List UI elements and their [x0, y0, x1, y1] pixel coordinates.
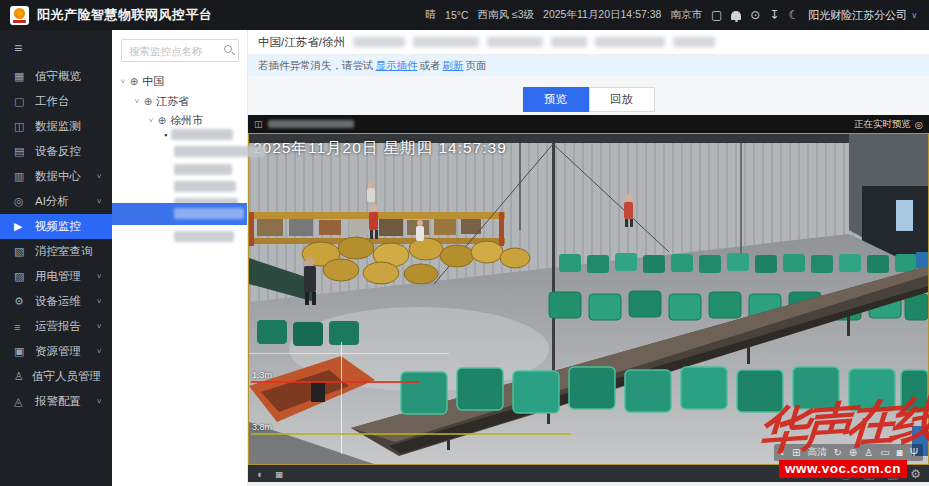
tree-node-label: 徐州市 [170, 113, 203, 128]
sunshine-insurance-logo-icon [10, 6, 29, 25]
tree-node-xuzhou[interactable]: ∨ ⊕ 徐州市 [148, 113, 203, 128]
search-input[interactable] [122, 40, 238, 61]
company-name: 阳光财险江苏分公司 [808, 8, 907, 23]
notice-text: 页面 [466, 59, 487, 73]
layout-icon[interactable]: ⊞ [792, 447, 800, 458]
sidebar-item-video-monitoring[interactable]: ▶视频监控 [0, 214, 112, 239]
sidebar-item-device-ops[interactable]: ⚙设备运维∨ [0, 289, 112, 314]
big-screen-icon[interactable]: ▢ [711, 9, 722, 21]
datetime-text: 2025年11月20日14:57:38 [543, 8, 661, 22]
video-viewport[interactable]: 2025年11月20日 星期四 14:57:39 1.3m 3.8m ◖ ⊞ 高… [248, 133, 929, 465]
refresh-icon[interactable]: ↻ [833, 447, 841, 458]
personnel-icon: ♙ [14, 370, 24, 383]
redacted-text [174, 181, 236, 192]
logo-bar [13, 20, 26, 23]
sidebar-label: 数据中心 [35, 169, 81, 184]
sidebar-item-operation-report[interactable]: ≡运营报告∨ [0, 314, 112, 339]
ai-analysis-icon: ◎ [14, 195, 27, 208]
notification-bell-icon[interactable] [731, 11, 741, 20]
warehouse-scene [249, 134, 928, 464]
sidebar-item-ai-analysis[interactable]: ◎AI分析∨ [0, 189, 112, 214]
redacted-text [174, 208, 244, 219]
sun-icon [14, 8, 25, 19]
sidebar-item-data-center[interactable]: ▥数据中心∨ [0, 164, 112, 189]
redacted-text [174, 146, 266, 157]
measure-line-white [249, 353, 449, 354]
sidebar-label: AI分析 [35, 194, 69, 209]
device-control-icon: ▤ [14, 145, 27, 158]
refresh-page-link[interactable]: 刷新 [443, 59, 464, 73]
shed-window [896, 200, 913, 231]
help-icon[interactable]: ⊙ [750, 9, 760, 21]
chevron-down-icon: ∨ [96, 298, 102, 305]
mute-icon[interactable]: ◖ [256, 468, 263, 480]
toolbar-layout-icon[interactable]: ⊞ [818, 467, 828, 481]
sidebar-label: 报警配置 [35, 394, 81, 409]
sidebar-item-resource-management[interactable]: ▣资源管理∨ [0, 339, 112, 364]
stream-icon: ◫ [254, 119, 263, 129]
speaker-icon[interactable]: ◖ [779, 447, 785, 458]
tree-node-site[interactable]: ▪ [164, 129, 233, 140]
sidebar-label: 运营报告 [35, 319, 81, 334]
redacted-text [174, 164, 232, 175]
tree-node-camera[interactable] [174, 181, 236, 192]
tree-node-camera[interactable] [174, 231, 234, 242]
sidebar-label: 值守概览 [35, 69, 81, 84]
preview-tab-button[interactable]: 预览 [523, 87, 589, 112]
sidebar-item-data-monitoring[interactable]: ◫数据监测 [0, 114, 112, 139]
redacted-text [171, 129, 233, 140]
sidebar-label: 数据监测 [35, 119, 81, 134]
player-title-bar: ◫ 正在实时预览 ◎ [248, 115, 929, 133]
sidebar-item-workbench[interactable]: ▢工作台 [0, 89, 112, 114]
mic-icon[interactable]: Ψ [910, 447, 918, 458]
sidebar-item-duty-overview[interactable]: ▦值守概览 [0, 64, 112, 89]
toolbar-grid-icon[interactable]: ▦ [887, 467, 898, 481]
camera-snapshot-icon[interactable]: ◙ [897, 447, 903, 458]
sidebar-label: 设备反控 [35, 144, 81, 159]
person-track-icon[interactable]: ♙ [864, 447, 873, 458]
sidebar-item-power-management[interactable]: ▨用电管理∨ [0, 264, 112, 289]
night-mode-icon[interactable]: ☾ [788, 9, 799, 21]
sidebar-item-alarm-config[interactable]: ◬报警配置∨ [0, 389, 112, 414]
sidebar-label: 值守人员管理 [32, 369, 101, 384]
sidebar-item-fire-control-room[interactable]: ▧消控室查询 [0, 239, 112, 264]
company-switcher[interactable]: 阳光财险江苏分公司 ∨ [808, 8, 917, 23]
risk-control-platform: 阳光产险智慧物联网风控平台 晴 15°C 西南风 ≤3级 2025年11月20日… [0, 0, 929, 486]
measure-line-yellow [251, 433, 571, 435]
hd-quality-button[interactable]: 高清 [807, 446, 826, 459]
tree-node-camera[interactable] [174, 146, 266, 157]
zoom-in-icon[interactable]: ⊕ [849, 447, 857, 458]
show-plugin-link[interactable]: 显示插件 [376, 59, 418, 73]
tree-node-label: 中国 [142, 74, 164, 89]
plugin-notice-bar: 若插件异常消失，请尝试 显示插件 或者 刷新 页面 [248, 55, 929, 76]
toolbar-screen-icon[interactable]: ▢ [840, 467, 851, 481]
tree-node-camera[interactable] [174, 164, 232, 175]
search-box [121, 39, 239, 62]
video-monitoring-icon: ▶ [14, 220, 27, 233]
toolbar-panel-icon[interactable]: ◫ [864, 467, 875, 481]
notice-text: 或者 [420, 59, 441, 73]
sidebar-item-device-control[interactable]: ▤设备反控 [0, 139, 112, 164]
tree-node-china[interactable]: ∨ ⊕ 中国 [120, 74, 164, 89]
sidebar-item-duty-personnel[interactable]: ♙值守人员管理 [0, 364, 112, 389]
support-pole [552, 142, 555, 397]
collapse-menu-icon[interactable]: ≡ [0, 30, 112, 64]
player-toolbar: ◖ ◙ ⊞ ▢ ◫ ▦ ⚙ [248, 465, 929, 482]
main-content: 中国/江苏省/徐州 若插件异常消失，请尝试 显示插件 或者 刷新 页面 预览 回… [248, 30, 929, 486]
tree-caret-icon: ∨ [120, 78, 126, 85]
tree-node-jiangsu[interactable]: ∨ ⊕ 江苏省 [134, 94, 189, 109]
sidebar-label: 消控室查询 [35, 244, 93, 259]
record-indicator-icon: ◎ [915, 119, 923, 130]
redacted-text [595, 37, 665, 47]
playback-tab-button[interactable]: 回放 [589, 87, 655, 112]
settings-gear-icon[interactable]: ⚙ [910, 467, 921, 481]
download-icon[interactable]: ↧ [769, 9, 779, 21]
video-inline-controls: ◖ ⊞ 高清 ↻ ⊕ ♙ ▭ ◙ Ψ [774, 444, 923, 461]
header-right-cluster: 晴 15°C 西南风 ≤3级 2025年11月20日14:57:38 南京市 ▢… [426, 8, 929, 23]
folder-icon[interactable]: ▭ [880, 447, 889, 458]
top-header: 阳光产险智慧物联网风控平台 晴 15°C 西南风 ≤3级 2025年11月20日… [0, 0, 929, 30]
breadcrumb-row: 中国/江苏省/徐州 [248, 30, 929, 55]
redacted-text [353, 37, 405, 47]
snapshot-icon[interactable]: ◙ [276, 468, 283, 480]
tree-node-camera-selected[interactable] [112, 203, 247, 225]
